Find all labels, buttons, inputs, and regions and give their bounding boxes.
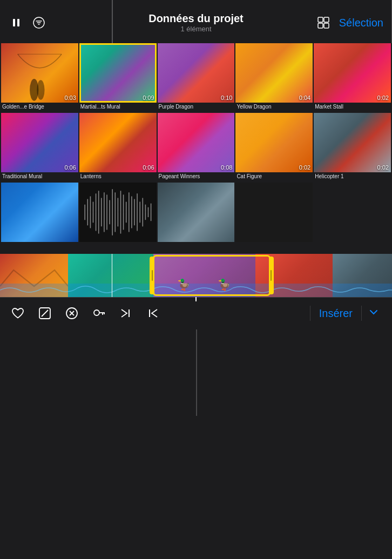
reject-button[interactable] [63,304,81,322]
chevron-button[interactable] [364,302,383,325]
label-6: Traditional Mural [1,172,78,181]
media-item-2[interactable]: 0:09 Martial...ts Mural [79,43,157,112]
label-1: Golden...e Bridge [1,103,78,112]
header-left [9,14,48,31]
toolbar-divider [310,306,310,321]
thumbnail-13 [158,183,235,242]
grid-view-button[interactable] [314,14,333,32]
media-item-3[interactable]: 0:10 Purple Dragon [158,43,235,112]
pause-button[interactable] [9,15,24,30]
hide-icon [38,306,52,320]
media-item-12[interactable] [79,183,157,252]
toolbar-right: Insérer [308,302,383,325]
duration-2: 0:09 [143,95,154,101]
label-13 [158,242,235,245]
timeline-selection-range[interactable]: 🦆 🦆 [153,255,271,296]
svg-rect-0 [13,19,15,26]
insert-button[interactable]: Insérer [313,303,359,324]
thumbnail-10 [314,113,391,172]
thumbnail-5 [314,43,391,103]
label-10: Helicopter 1 [314,172,391,181]
pause-icon [11,17,22,28]
duration-3: 0:10 [221,95,232,101]
label-7: Lanterns [79,172,157,181]
emoji-duck-2: 🦆 [218,278,231,291]
label-4: Yellow Dragon [235,103,313,112]
keyword-button[interactable] [90,304,108,322]
thumbnail-12 [79,183,157,242]
label-14 [235,242,313,245]
thumbnail-6 [1,113,78,172]
header: Données du projet 1 élément Sélection [0,0,392,43]
media-item-7[interactable]: 0:06 Lanterns [79,113,157,181]
label-5: Market Stall [314,103,391,112]
media-item-9[interactable]: 0:02 Cat Figure [235,113,313,181]
hide-button[interactable] [36,304,54,322]
grid-icon [316,16,330,30]
label-12 [79,242,157,245]
selection-button[interactable]: Sélection [339,17,383,29]
duration-5: 0:02 [377,95,389,101]
media-item-6[interactable]: 0:06 Traditional Mural [1,113,78,181]
media-item-8[interactable]: 0:08 Pageant Winners [158,113,235,181]
media-item-4[interactable]: 0:04 Yellow Dragon [235,43,313,112]
svg-rect-8 [318,23,323,28]
center-guide-line [196,329,197,416]
media-item-11[interactable] [1,183,78,252]
filter-button[interactable] [30,14,48,31]
thumbnail-7 [79,113,157,172]
svg-line-66 [42,310,48,316]
timeline-strip[interactable]: 🦆 🦆 [0,254,392,297]
emoji-duck-1: 🦆 [177,278,191,291]
duration-6: 0:06 [64,164,76,171]
thumbnail-11 [1,183,78,242]
mark-out-icon [146,306,160,320]
svg-rect-7 [324,17,329,22]
label-11 [1,242,78,245]
svg-rect-9 [324,23,329,28]
header-right: Sélection [314,14,383,32]
svg-point-13 [37,80,44,100]
thumbnail-4 [235,43,313,103]
label-9: Cat Figure [235,172,313,181]
thumbnail-8 [158,113,235,172]
svg-rect-6 [318,17,323,22]
label-8: Pageant Winners [158,172,235,181]
thumbnail-14 [235,183,313,242]
playhead-tick [195,297,197,301]
filter-icon [32,16,45,29]
duration-1: 0:03 [64,95,76,101]
bottom-toolbar: Insérer [0,297,392,329]
guide-line-left [112,0,113,43]
mark-in-icon [119,306,133,320]
media-item-5[interactable]: 0:02 Market Stall [314,43,391,112]
selection-handle-left[interactable] [150,257,154,294]
toolbar-divider-2 [361,306,362,321]
media-item-15 [314,183,391,252]
x-circle-icon [65,306,79,320]
thumbnail-15 [314,183,391,242]
duration-7: 0:06 [143,164,154,171]
media-item-10[interactable]: 0:02 Helicopter 1 [314,113,391,181]
media-item-1[interactable]: 0:03 Golden...e Bridge [1,43,78,112]
duration-4: 0:04 [299,95,310,101]
favorite-button[interactable] [9,304,27,322]
header-center: Données du projet 1 élément [148,12,244,33]
thumbnail-1 [1,43,78,103]
label-2: Martial...ts Mural [79,103,157,112]
duration-8: 0:08 [221,164,232,171]
chevron-down-icon [368,307,379,318]
duration-10: 0:02 [377,164,389,171]
heart-icon [11,306,25,320]
mark-in-button[interactable] [117,304,135,322]
handle-notch-right [271,270,272,281]
thumbnail-9 [235,113,313,172]
mark-out-button[interactable] [144,304,162,322]
media-item-14[interactable] [235,183,313,252]
toolbar-left [9,304,162,322]
page-subtitle: 1 élément [148,25,244,33]
label-3: Purple Dragon [158,103,235,112]
selection-handle-right[interactable] [269,257,274,294]
media-item-13[interactable] [158,183,235,252]
svg-point-70 [94,310,99,315]
